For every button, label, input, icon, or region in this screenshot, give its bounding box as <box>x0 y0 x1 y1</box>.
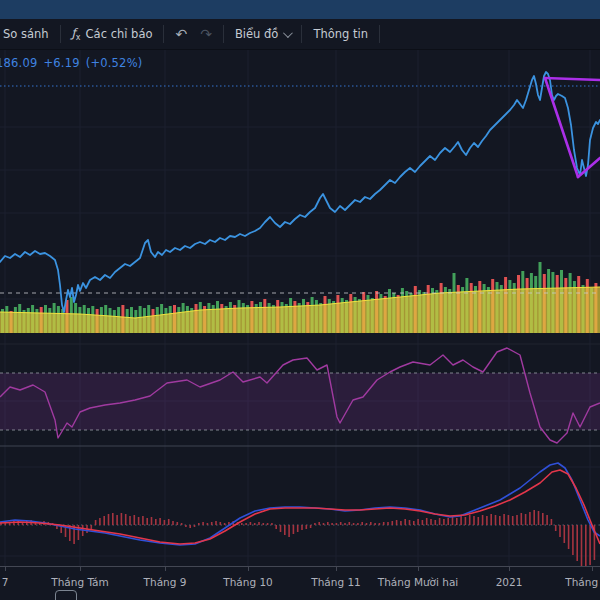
time-axis-tick <box>165 567 166 571</box>
time-axis-tick <box>336 567 337 571</box>
rsi-band <box>0 373 600 430</box>
time-axis-label: Tháng Hai <box>565 576 600 588</box>
time-axis-label: 2021 <box>496 576 523 588</box>
time-axis-tick <box>248 567 249 571</box>
time-axis-tick <box>80 567 81 571</box>
price-change-percent: (+0.52%) <box>86 56 143 70</box>
time-axis[interactable]: 7Tháng TámTháng 9Tháng 10Tháng 11Tháng M… <box>0 566 600 600</box>
time-axis-label: Tháng Mười hai <box>378 576 459 588</box>
calendar-icon[interactable] <box>55 590 77 600</box>
price-change: +6.19 <box>43 56 79 70</box>
time-axis-label: Tháng Tám <box>51 576 109 588</box>
trading-chart-app: So sánh ƒx Các chỉ báo ↶ ↷ Biểu đồ Thông… <box>0 0 600 600</box>
time-axis-label: 7 <box>2 576 9 588</box>
last-price: 186.09 <box>0 56 37 70</box>
macd-line[interactable] <box>0 463 600 545</box>
time-axis-label: Tháng 11 <box>311 576 361 588</box>
symbol-price-readout: 186.09+6.19(+0.52%) <box>0 56 148 70</box>
time-axis-label: Tháng 10 <box>223 576 273 588</box>
time-axis-tick <box>5 567 6 571</box>
macd-histogram <box>1 510 594 570</box>
chart-canvas[interactable] <box>0 0 600 600</box>
time-axis-tick <box>418 567 419 571</box>
time-axis-tick <box>509 567 510 571</box>
time-axis-label: Tháng 9 <box>144 576 187 588</box>
time-axis-tick <box>592 567 593 571</box>
price-line[interactable] <box>0 72 600 312</box>
